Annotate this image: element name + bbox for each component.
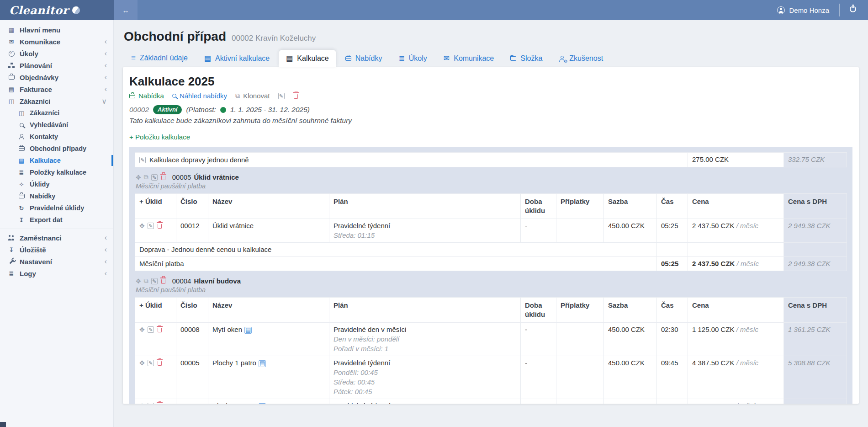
- edit-icon[interactable]: ✎: [148, 360, 154, 366]
- building-icon: ◫: [6, 98, 16, 105]
- group-table: + Úklid Číslo Název Plán Doba úklidu Pří…: [135, 297, 847, 404]
- note-icon[interactable]: ▤: [259, 360, 266, 367]
- sidebar-item-polozky-kalkulace[interactable]: ≣ Položky kalkulace: [0, 166, 113, 178]
- sidebar-item-komunikace[interactable]: ✉ Komunikace ‹: [0, 36, 113, 48]
- folder-icon: [510, 56, 516, 61]
- sidebar-item-planovani[interactable]: Plánování ‹: [0, 59, 113, 71]
- chevron-left-icon: ‹: [105, 234, 107, 242]
- tab-slozka[interactable]: Složka: [503, 50, 550, 67]
- logout-button[interactable]: [850, 6, 856, 14]
- sidebar-item-fakturace[interactable]: ▤ Fakturace ‹: [0, 83, 113, 95]
- table-header-row: + Úklid Číslo Název Plán Doba úklidu Pří…: [135, 194, 847, 219]
- sidebar-item-kalkulace[interactable]: ▤ Kalkulace: [0, 155, 113, 166]
- sidebar-item-zakaznici[interactable]: ◫ Zákazníci ∨: [0, 95, 113, 107]
- offer-preview-link[interactable]: Náhled nabídky: [172, 92, 227, 100]
- edit-icon[interactable]: ✎: [151, 174, 158, 181]
- hamburger-icon: ≡: [131, 53, 136, 63]
- move-icon[interactable]: ✥: [139, 325, 145, 334]
- sidebar-item-uklidy[interactable]: ✧ Úklidy: [0, 178, 113, 190]
- copy-icon[interactable]: ⧉: [144, 173, 148, 181]
- edit-icon[interactable]: ✎: [148, 223, 154, 229]
- move-icon[interactable]: ✥: [136, 278, 141, 285]
- edit-icon[interactable]: ✎: [139, 157, 146, 163]
- tab-ukoly[interactable]: ≣ Úkoly: [391, 50, 434, 67]
- page-subtitle: 00002 Kravín Koželuchy: [232, 34, 316, 43]
- sidebar-resize-button[interactable]: ↔: [114, 0, 138, 20]
- calculation-note: Tato kalkulace bude zákazníkovi zahrnuta…: [129, 117, 852, 125]
- sidebar-item-export-dat[interactable]: ↧ Export dat: [0, 214, 113, 226]
- user-menu[interactable]: Demo Honza: [777, 6, 829, 14]
- trash-icon[interactable]: [158, 361, 162, 366]
- sidebar-item-vyhledavani[interactable]: Vyhledávání: [0, 119, 113, 131]
- chevron-down-icon: ∨: [101, 97, 107, 106]
- note-icon[interactable]: ▤: [259, 403, 266, 404]
- trash-icon[interactable]: [158, 224, 162, 229]
- sidebar-item-pravidelne-uklidy[interactable]: ↻ Pravidelné úklidy: [0, 202, 113, 214]
- logo[interactable]: Cleanitor: [0, 0, 114, 20]
- page-head: Obchodní případ 00002 Kravín Koželuchy: [123, 20, 859, 44]
- edit-icon[interactable]: ✎: [148, 403, 154, 404]
- edit-icon[interactable]: ✎: [148, 326, 154, 333]
- tab-zakladni-udaje[interactable]: ≡ Základní údaje: [124, 49, 195, 67]
- logo-text: Cleanitor: [9, 4, 69, 17]
- briefcase-icon: [6, 75, 16, 80]
- table-row: ✥ ✎ 00006 Plochy 2 patro▤ Pravidelné týd…: [135, 399, 847, 404]
- sidebar-item-ukoly[interactable]: Úkoly ‹: [0, 48, 113, 59]
- topbar: Cleanitor ↔ Demo Honza: [0, 0, 868, 20]
- tab-aktivni-kalkulace[interactable]: ▤ Aktivní kalkulace: [197, 50, 277, 67]
- calculation-card: Kalkulace 2025 Nabídka Náhled nabídky ⧉ …: [123, 67, 859, 404]
- calculation-meta: 00002 Aktivní (Platnost: 1. 1. 2025 - 31…: [129, 105, 852, 114]
- sidebar-item-obchodni-pripady[interactable]: Obchodní případy: [0, 143, 113, 155]
- sidebar-item-hlavni-menu[interactable]: ▦ Hlavní menu: [0, 24, 113, 36]
- delete-calculation-button[interactable]: [293, 93, 299, 99]
- move-icon[interactable]: ✥: [139, 401, 145, 404]
- move-icon[interactable]: ✥: [136, 174, 141, 181]
- sidebar-item-nastaveni[interactable]: Nastavení ‹: [0, 256, 113, 267]
- person-icon: [16, 134, 26, 140]
- tab-kalkulace[interactable]: ▤ Kalkulace: [279, 50, 336, 67]
- add-cleaning-link[interactable]: + Úklid: [135, 298, 176, 323]
- sidebar-item-kontakty[interactable]: Kontakty: [0, 131, 113, 143]
- edit-icon: ✎: [278, 93, 285, 99]
- summary-price-vat: 2 949.38 CZK: [784, 257, 847, 271]
- clone-link[interactable]: ⧉ Klonovat: [235, 92, 270, 100]
- tab-zkusenost[interactable]: Zkušenost: [551, 50, 610, 67]
- sidebar-item-nabidky[interactable]: Nabídky: [0, 190, 113, 202]
- transport-row-table: ✎ Kalkulace dopravy jednou denně 275.00 …: [135, 152, 847, 167]
- resize-arrows-icon: ↔: [122, 6, 129, 14]
- copy-icon[interactable]: ⧉: [144, 277, 148, 285]
- sparkle-icon: ✧: [16, 181, 26, 188]
- briefcase-icon: [345, 56, 351, 61]
- trash-icon[interactable]: [161, 279, 165, 284]
- offer-link[interactable]: Nabídka: [129, 92, 164, 100]
- trash-icon[interactable]: [158, 328, 162, 332]
- page-title: Obchodní případ: [124, 29, 226, 44]
- calculation-actions: Nabídka Náhled nabídky ⧉ Klonovat ✎: [129, 92, 852, 100]
- validity-range: 1. 1. 2025 - 31. 12. 2025): [230, 106, 310, 114]
- sidebar-corner-block: [0, 422, 6, 427]
- list-icon: ≣: [398, 54, 404, 63]
- chevron-left-icon: ‹: [105, 49, 107, 58]
- chevron-left-icon: ‹: [105, 61, 107, 69]
- edit-icon[interactable]: ✎: [151, 278, 158, 284]
- trash-icon[interactable]: [161, 176, 165, 180]
- sidebar-item-uloziste[interactable]: ↧ Úložiště ‹: [0, 244, 113, 256]
- sidebar-item-zakaznici-list[interactable]: ◫ Zákazníci: [0, 107, 113, 119]
- add-cleaning-link[interactable]: + Úklid: [135, 194, 176, 219]
- sidebar-item-logy[interactable]: ≣ Logy ‹: [0, 267, 113, 279]
- move-icon[interactable]: ✥: [139, 358, 145, 368]
- check-circle-icon: [6, 51, 16, 57]
- edit-calculation-button[interactable]: ✎: [278, 93, 285, 99]
- chevron-left-icon: ‹: [105, 73, 107, 81]
- tab-nabidky[interactable]: Nabídky: [338, 50, 390, 67]
- group-name: Úklid vrátnice: [194, 173, 238, 181]
- briefcase-icon: [16, 146, 26, 151]
- add-calculation-item-link[interactable]: + Položku kalkulace: [129, 133, 190, 141]
- tab-bar: ≡ Základní údaje ▤ Aktivní kalkulace ▤ K…: [123, 49, 859, 67]
- sidebar-item-objednavky[interactable]: Objednávky ‹: [0, 71, 113, 83]
- tab-komunikace[interactable]: ✉ Komunikace: [436, 50, 501, 67]
- note-icon[interactable]: ▤: [244, 327, 252, 334]
- move-icon[interactable]: ✥: [139, 221, 145, 230]
- search-icon: [16, 123, 26, 127]
- sidebar-item-zamestnanci[interactable]: Zaměstnanci ‹: [0, 232, 113, 244]
